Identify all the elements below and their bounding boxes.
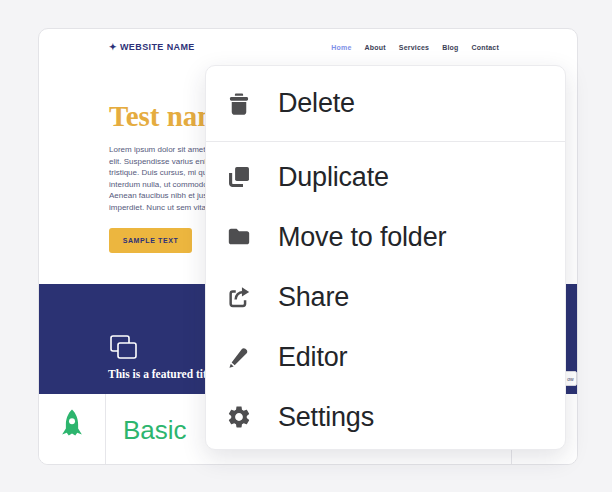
menu-item-label: Editor (278, 342, 347, 373)
site-nav: Home About Services Blog Contact (331, 44, 499, 51)
plan-icon-cell (39, 394, 106, 465)
folder-icon (226, 224, 252, 250)
nav-link-blog[interactable]: Blog (442, 44, 458, 51)
menu-list: Duplicate Move to folder Share Editor (206, 142, 565, 447)
menu-item-label: Move to folder (278, 222, 446, 253)
duplicate-icon (226, 164, 252, 190)
gear-icon (226, 404, 252, 430)
rocket-icon (57, 408, 87, 452)
featured-title: This is a featured title (108, 368, 215, 380)
nav-link-services[interactable]: Services (399, 44, 429, 51)
nav-link-home[interactable]: Home (331, 44, 351, 51)
menu-item-move-to-folder[interactable]: Move to folder (206, 207, 565, 267)
menu-item-duplicate[interactable]: Duplicate (206, 147, 565, 207)
menu-item-settings[interactable]: Settings (206, 387, 565, 447)
nav-link-about[interactable]: About (365, 44, 386, 51)
menu-item-editor[interactable]: Editor (206, 327, 565, 387)
context-menu: Delete Duplicate Move to folder Share (205, 65, 566, 450)
menu-item-label: Share (278, 282, 349, 313)
nav-link-contact[interactable]: Contact (472, 44, 499, 51)
overlapping-frames-icon (110, 335, 138, 365)
pencil-icon (226, 344, 252, 370)
share-icon (226, 284, 252, 310)
brand-name: WEBSITE NAME (120, 42, 195, 52)
four-pointed-star-icon: ✦ (109, 42, 117, 52)
sample-text-button[interactable]: SAMPLE TEXT (109, 228, 192, 253)
menu-item-label: Delete (278, 88, 355, 119)
menu-item-delete[interactable]: Delete (206, 66, 565, 141)
menu-item-label: Settings (278, 402, 374, 433)
menu-item-label: Duplicate (278, 162, 389, 193)
trash-icon (226, 91, 252, 117)
brand: ✦ WEBSITE NAME (109, 42, 195, 52)
menu-item-share[interactable]: Share (206, 267, 565, 327)
